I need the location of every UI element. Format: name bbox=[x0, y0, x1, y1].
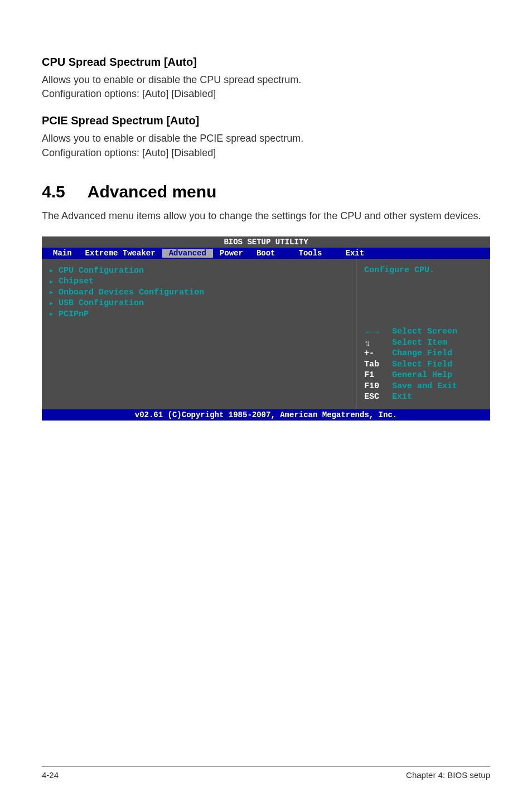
legend-row: F1 General Help bbox=[364, 370, 482, 381]
bios-menu-boot[interactable]: Boot bbox=[250, 249, 282, 258]
bios-item-onboard[interactable]: ▶ Onboard Devices Configuration bbox=[50, 287, 348, 298]
bios-footer: v02.61 (C)Copyright 1985-2007, American … bbox=[42, 409, 490, 421]
section-body-cpu: Allows you to enable or disable the CPU … bbox=[42, 73, 490, 101]
main-intro: The Advanced menu items allow you to cha… bbox=[42, 209, 490, 223]
legend-row: ↑↓ Select Item bbox=[364, 337, 482, 349]
legend-row: F10 Save and Exit bbox=[364, 381, 482, 392]
bios-item-label: Chipset bbox=[59, 276, 94, 287]
chapter-label: Chapter 4: BIOS setup bbox=[406, 770, 490, 780]
legend-desc: Change Field bbox=[392, 348, 452, 359]
text-line: Allows you to enable or disable the CPU … bbox=[42, 74, 301, 85]
bios-item-label: PCIPnP bbox=[59, 309, 89, 320]
section-title: Advanced menu bbox=[88, 182, 217, 201]
legend-row: Tab Select Field bbox=[364, 359, 482, 370]
bios-menu-power[interactable]: Power bbox=[213, 249, 250, 258]
bios-item-label: Onboard Devices Configuration bbox=[59, 287, 204, 298]
bios-help-text: Configure CPU. bbox=[364, 265, 482, 275]
pointer-icon: ▶ bbox=[50, 311, 53, 318]
text-line: Configuration options: [Auto] [Disabled] bbox=[42, 88, 216, 99]
legend-row: +- Change Field bbox=[364, 348, 482, 359]
bios-menu-bar: Main Extreme Tweaker Advanced Power Boot… bbox=[42, 248, 490, 259]
bios-body: ▶ CPU Configuration ▶ Chipset ▶ Onboard … bbox=[42, 259, 490, 409]
bios-menu-main[interactable]: Main bbox=[46, 249, 79, 258]
legend-key-f10: F10 bbox=[364, 381, 392, 392]
bios-right-pane: Configure CPU. ←→ Select Screen ↑↓ Selec… bbox=[356, 259, 490, 409]
legend-row: ESC Exit bbox=[364, 392, 482, 403]
bios-item-cpu-config[interactable]: ▶ CPU Configuration bbox=[50, 265, 348, 277]
legend-key-arrows-lr: ←→ bbox=[364, 326, 392, 337]
section-heading-cpu: CPU Spread Spectrum [Auto] bbox=[42, 56, 490, 69]
bios-title-bar: BIOS SETUP UTILITY bbox=[42, 236, 490, 248]
bios-item-label: CPU Configuration bbox=[59, 265, 144, 277]
legend-desc: Select Screen bbox=[392, 326, 457, 337]
bios-screenshot: BIOS SETUP UTILITY Main Extreme Tweaker … bbox=[42, 236, 490, 421]
legend-desc: Exit bbox=[392, 392, 412, 403]
pointer-icon: ▶ bbox=[50, 289, 53, 296]
legend-desc: Select Field bbox=[392, 359, 452, 370]
legend-desc: Select Item bbox=[392, 337, 447, 349]
pointer-icon: ▶ bbox=[50, 278, 53, 286]
bios-item-chipset[interactable]: ▶ Chipset bbox=[50, 276, 348, 287]
legend-key-arrows-ud: ↑↓ bbox=[364, 337, 392, 349]
pointer-icon: ▶ bbox=[50, 300, 53, 307]
bios-item-label: USB Configuration bbox=[59, 298, 144, 309]
text-line: Configuration options: [Auto] [Disabled] bbox=[42, 147, 216, 158]
bios-left-pane: ▶ CPU Configuration ▶ Chipset ▶ Onboard … bbox=[42, 259, 356, 409]
bios-menu-tools[interactable]: Tools bbox=[292, 249, 328, 258]
bios-legend: ←→ Select Screen ↑↓ Select Item +- Chang… bbox=[364, 310, 482, 403]
legend-key-f1: F1 bbox=[364, 370, 392, 381]
page-footer: 4-24 Chapter 4: BIOS setup bbox=[42, 766, 490, 780]
bios-item-pcipnp[interactable]: ▶ PCIPnP bbox=[50, 309, 348, 320]
bios-menu-exit[interactable]: Exit bbox=[339, 249, 371, 258]
pointer-icon: ▶ bbox=[50, 267, 53, 274]
legend-key-plusminus: +- bbox=[364, 348, 392, 359]
legend-row: ←→ Select Screen bbox=[364, 326, 482, 337]
text-line: Allows you to enable or disable the PCIE… bbox=[42, 133, 303, 144]
legend-desc: Save and Exit bbox=[392, 381, 457, 392]
section-heading-pcie: PCIE Spread Spectrum [Auto] bbox=[42, 114, 490, 127]
bios-menu-advanced[interactable]: Advanced bbox=[162, 249, 213, 258]
legend-key-esc: ESC bbox=[364, 392, 392, 403]
page-number: 4-24 bbox=[42, 770, 59, 780]
legend-key-tab: Tab bbox=[364, 359, 392, 370]
main-heading: 4.5Advanced menu bbox=[42, 182, 490, 201]
section-body-pcie: Allows you to enable or disable the PCIE… bbox=[42, 132, 490, 160]
legend-desc: General Help bbox=[392, 370, 452, 381]
bios-item-usb[interactable]: ▶ USB Configuration bbox=[50, 298, 348, 309]
section-number: 4.5 bbox=[42, 182, 65, 201]
bios-menu-extreme[interactable]: Extreme Tweaker bbox=[79, 249, 162, 258]
